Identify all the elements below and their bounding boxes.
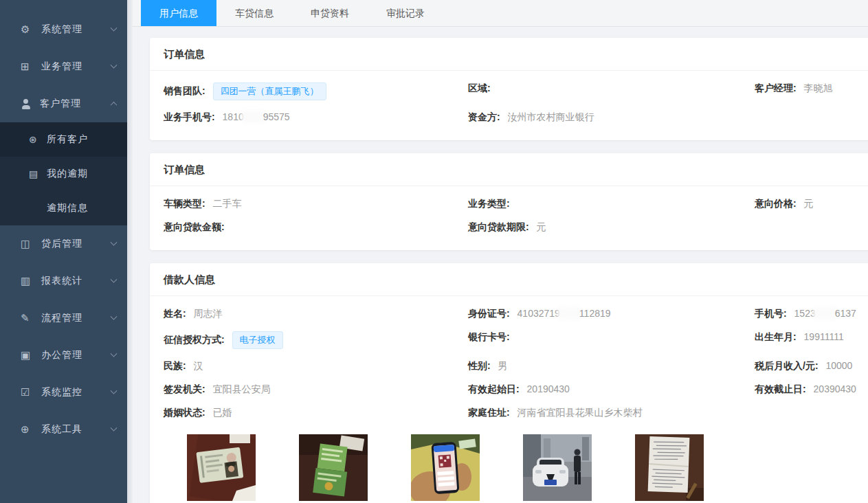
issuing-authority-field: 签发机关: 宜阳县公安局 — [164, 378, 468, 401]
car-person-photo — [523, 434, 592, 501]
sidebar-item-process-management[interactable]: ✎ 流程管理 — [0, 300, 127, 337]
card-title: 订单信息 — [150, 153, 868, 186]
intent-price-field: 意向价格: 元 — [755, 192, 856, 216]
ethnicity-field: 民族: 汉 — [164, 355, 468, 378]
sidebar-item-overdue-info[interactable]: 逾期信息 — [0, 191, 127, 225]
sidebar-item-label: 客户管理 — [40, 98, 81, 110]
tab-user-info[interactable]: 用户信息 — [141, 0, 216, 26]
sidebar-item-label: 我的逾期 — [47, 168, 88, 180]
marital-status-field: 婚姻状态: 已婚 — [164, 401, 468, 425]
field-value: 二手车 — [213, 198, 242, 209]
field-label: 姓名: — [164, 308, 186, 319]
gear-icon: ⚙ — [21, 23, 36, 36]
sidebar-item-my-overdue[interactable]: ▤ 我的逾期 — [0, 157, 127, 191]
field-label: 客户经理: — [755, 82, 797, 93]
redaction-blur — [244, 113, 263, 121]
sidebar-item-label: 流程管理 — [41, 312, 82, 324]
sidebar-item-office-management[interactable]: ▣ 办公管理 — [0, 337, 127, 374]
field-value: 10000 — [825, 360, 852, 371]
chevron-down-icon — [111, 61, 118, 68]
notebook-icon: ▤ — [29, 168, 43, 179]
car-person-photo-thumbnail[interactable]: 人车图 — [523, 434, 592, 503]
business-phone-field: 业务手机号: 181095575 — [164, 106, 468, 129]
sidebar-item-label: 系统工具 — [41, 423, 82, 436]
sidebar-content-divider — [127, 0, 133, 503]
sidebar-item-label: 贷后管理 — [41, 238, 82, 250]
field-label: 有效截止日: — [755, 383, 806, 394]
funder-field: 资金方: 汝州市农村商业银行 — [468, 106, 755, 129]
sidebar-item-label: 所有客户 — [47, 133, 88, 146]
sidebar-item-postloan-management[interactable]: ◫ 贷后管理 — [0, 225, 127, 262]
field-label: 签发机关: — [164, 383, 205, 394]
credit-auth-field: 征信授权方式: 电子授权 — [164, 326, 468, 355]
sidebar-item-system-tools[interactable]: ⊕ 系统工具 — [0, 411, 127, 448]
monitor-check-icon: ☑ — [21, 386, 36, 399]
field-value: 20190430 — [527, 383, 570, 394]
chevron-down-icon — [111, 387, 118, 394]
paper-document-photo-thumbnail[interactable]: 其他材料 — [635, 434, 704, 503]
field-value: 汉 — [194, 360, 203, 371]
gender-field: 性别: 男 — [468, 355, 755, 378]
sidebar-item-report-statistics[interactable]: ▥ 报表统计 — [0, 262, 127, 300]
bank-card-field: 银行卡号: — [468, 326, 755, 355]
sidebar-item-business-management[interactable]: ⊞ 业务管理 — [0, 48, 127, 85]
borrower-info-card: 借款人信息 姓名: 周志洋 身份证号: 41032719112819 手机号: — [150, 263, 868, 503]
field-label: 区域: — [468, 82, 491, 93]
mobile-phone-field: 手机号: 15236137 — [755, 302, 856, 326]
sidebar-item-label: 系统管理 — [41, 23, 82, 36]
id-card-photo-thumbnail[interactable]: 本人照 — [187, 434, 256, 503]
field-value: 41032719 — [518, 308, 560, 319]
sales-team-tag[interactable]: 四团一营（直属王鹏飞） — [213, 82, 326, 100]
green-booklet-photo-thumbnail[interactable]: 驾驶证图片 — [299, 434, 368, 503]
field-value: 95575 — [263, 111, 290, 122]
field-label: 资金方: — [468, 111, 500, 122]
field-label: 车辆类型: — [164, 198, 205, 209]
income-field: 税后月收入/元: 10000 — [755, 355, 856, 378]
clients-icon: ⊛ — [29, 134, 43, 145]
field-label: 银行卡号: — [468, 331, 510, 342]
chevron-up-icon — [111, 101, 118, 108]
name-field: 姓名: 周志洋 — [164, 302, 468, 326]
credit-auth-tag[interactable]: 电子授权 — [232, 331, 283, 349]
redaction-blur — [816, 309, 835, 317]
id-card-photo — [187, 434, 256, 501]
main-area: 用户信息 车贷信息 申贷资料 审批记录 订单信息 销售团队: 四团一营（直属王鹏… — [133, 0, 868, 503]
field-value: 宜阳县公安局 — [213, 383, 271, 394]
phone-qr-photo-thumbnail[interactable]: 授权截图 — [411, 434, 480, 503]
field-value: 李晓旭 — [804, 82, 833, 93]
tab-car-loan-info[interactable]: 车贷信息 — [216, 0, 292, 26]
account-manager-field: 客户经理: 李晓旭 — [755, 77, 856, 106]
card-title: 订单信息 — [150, 38, 868, 71]
sidebar-item-all-customers[interactable]: ⊛ 所有客户 — [0, 122, 127, 157]
redaction-blur — [560, 309, 579, 317]
sidebar-item-label: 逾期信息 — [47, 202, 88, 214]
sidebar-item-label: 报表统计 — [41, 275, 82, 287]
card-title: 借款人信息 — [150, 263, 868, 296]
field-value: 周志洋 — [194, 308, 223, 319]
tab-approval-records[interactable]: 审批记录 — [368, 0, 443, 26]
green-booklet-photo — [299, 434, 368, 501]
vehicle-type-field: 车辆类型: 二手车 — [164, 192, 468, 216]
phone-qr-photo — [411, 434, 480, 501]
sidebar-item-customer-management[interactable]: 客户管理 — [0, 85, 127, 122]
tab-loan-application-docs[interactable]: 申贷资料 — [292, 0, 368, 26]
field-label: 意向价格: — [755, 198, 797, 209]
birth-date-field: 出生年月: 19911111 — [755, 326, 856, 355]
field-value: 20390430 — [814, 383, 856, 394]
tools-icon: ⊕ — [21, 423, 36, 436]
field-value: 男 — [498, 360, 508, 371]
chevron-down-icon — [111, 313, 118, 320]
valid-from-field: 有效起始日: 20190430 — [468, 378, 755, 401]
chevron-down-icon — [111, 238, 118, 245]
field-label: 税后月收入/元: — [755, 360, 819, 371]
sidebar-item-system-management[interactable]: ⚙ 系统管理 — [0, 11, 127, 48]
detail-tabs: 用户信息 车贷信息 申贷资料 审批记录 — [133, 0, 868, 27]
field-value: 112819 — [579, 308, 611, 319]
field-label: 婚姻状态: — [164, 407, 205, 418]
id-number-field: 身份证号: 41032719112819 — [468, 302, 755, 326]
sidebar-item-system-monitor[interactable]: ☑ 系统监控 — [0, 374, 127, 411]
field-label: 销售团队: — [164, 85, 205, 96]
chevron-down-icon — [111, 276, 118, 282]
edit-icon: ✎ — [21, 312, 36, 324]
field-label: 家庭住址: — [468, 407, 510, 418]
